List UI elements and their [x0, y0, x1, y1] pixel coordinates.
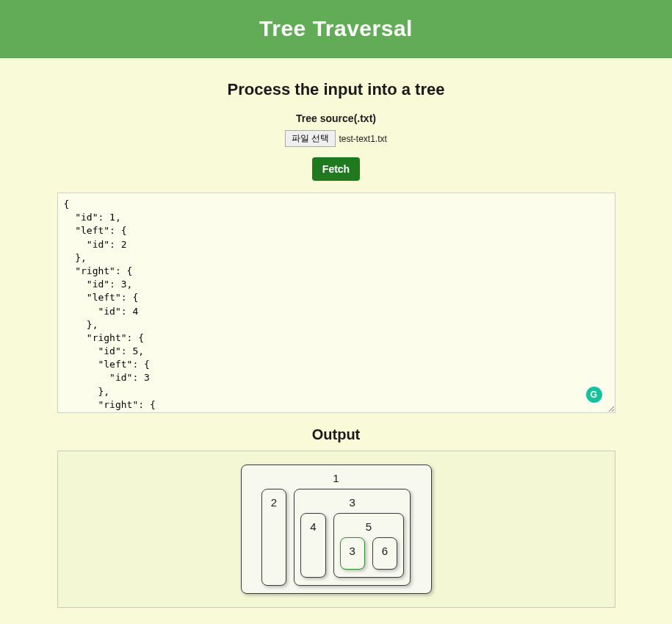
tree-node-label: 3 — [347, 542, 358, 562]
tree-node-label: 1 — [248, 470, 425, 489]
tree-node-right: 5 3 6 — [333, 513, 405, 578]
tree-node-left: 4 — [300, 513, 325, 578]
subheading: Process the input into a tree — [57, 80, 615, 99]
tree-children: 4 5 3 6 — [300, 513, 404, 578]
grammarly-icon[interactable]: G — [586, 387, 602, 403]
json-textarea-wrap: G — [57, 193, 615, 416]
tree-node-label: 3 — [300, 494, 404, 513]
output-heading: Output — [57, 426, 615, 443]
app-header: Tree Traversal — [0, 0, 672, 58]
tree-node-label: 5 — [340, 518, 398, 537]
tree-node-root: 1 2 3 4 5 3 — [241, 465, 432, 594]
tree-node-label: 4 — [307, 518, 319, 537]
tree-node-left: 2 — [261, 489, 286, 586]
tree-children: 2 3 4 5 3 — [261, 489, 411, 586]
file-label: Tree source(.txt) — [57, 112, 615, 124]
tree-node-label: 6 — [379, 542, 391, 562]
file-input-row: 파일 선택 test-text1.txt — [285, 130, 387, 147]
tree-node-right: 3 4 5 3 6 — [294, 489, 411, 586]
tree-children: 3 6 — [340, 537, 398, 570]
tree-node-cycle: 3 — [340, 537, 365, 570]
tree-node-label: 2 — [268, 494, 280, 513]
main-content: Process the input into a tree Tree sourc… — [57, 58, 615, 624]
fetch-button[interactable]: Fetch — [312, 157, 360, 181]
page-title: Tree Traversal — [0, 16, 672, 41]
file-choose-button[interactable]: 파일 선택 — [285, 130, 336, 147]
json-textarea[interactable] — [57, 193, 615, 413]
tree-node-right: 6 — [372, 537, 397, 570]
file-selected-name: test-text1.txt — [339, 134, 386, 144]
output-panel: 1 2 3 4 5 3 — [57, 451, 615, 608]
